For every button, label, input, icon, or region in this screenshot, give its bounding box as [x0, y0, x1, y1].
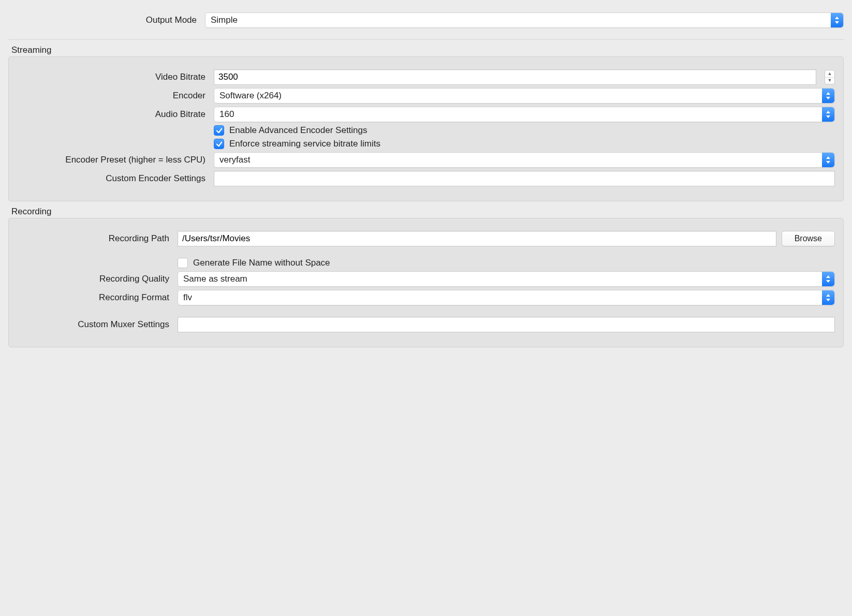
custom-encoder-settings-label: Custom Encoder Settings [17, 173, 214, 184]
recording-path-input[interactable] [178, 231, 776, 246]
recording-quality-value: Same as stream [183, 274, 247, 284]
chevron-updown-icon [822, 272, 834, 286]
recording-format-value: flv [183, 292, 192, 303]
output-mode-value: Simple [211, 15, 238, 25]
video-bitrate-stepper[interactable]: ▲ ▼ [825, 70, 835, 84]
stepper-down-icon[interactable]: ▼ [825, 78, 834, 84]
streaming-encoder-select[interactable]: Software (x264) [214, 88, 835, 104]
stepper-up-icon[interactable]: ▲ [825, 70, 834, 78]
recording-section: Recording Path Browse Generate File Name… [8, 218, 844, 347]
streaming-encoder-label: Encoder [17, 91, 214, 101]
recording-format-label: Recording Format [17, 292, 178, 303]
audio-bitrate-select[interactable]: 160 [214, 107, 835, 122]
video-bitrate-input[interactable] [214, 69, 816, 85]
streaming-section: Video Bitrate ▲ ▼ Encoder Software (x264… [8, 56, 844, 201]
recording-quality-select[interactable]: Same as stream [178, 271, 835, 287]
generate-filename-no-space-label: Generate File Name without Space [193, 258, 330, 268]
audio-bitrate-label: Audio Bitrate [17, 109, 214, 120]
recording-path-label: Recording Path [17, 233, 178, 244]
encoder-preset-value: veryfast [219, 155, 251, 165]
chevron-updown-icon [822, 89, 834, 103]
chevron-updown-icon [831, 13, 843, 27]
recording-quality-label: Recording Quality [17, 274, 178, 284]
encoder-preset-label: Encoder Preset (higher = less CPU) [17, 155, 214, 165]
streaming-encoder-value: Software (x264) [219, 91, 282, 101]
enforce-bitrate-limits-label: Enforce streaming service bitrate limits [229, 139, 380, 149]
divider [8, 39, 844, 40]
output-mode-label: Output Mode [8, 15, 205, 25]
custom-encoder-settings-input[interactable] [214, 171, 835, 186]
enforce-bitrate-limits-checkbox[interactable] [214, 139, 224, 149]
encoder-preset-select[interactable]: veryfast [214, 152, 835, 168]
chevron-updown-icon [822, 107, 834, 122]
enable-advanced-encoder-label: Enable Advanced Encoder Settings [229, 125, 368, 136]
output-mode-select[interactable]: Simple [205, 12, 844, 28]
generate-filename-no-space-checkbox[interactable] [178, 258, 188, 268]
streaming-section-title: Streaming [11, 45, 844, 55]
chevron-updown-icon [822, 153, 834, 167]
custom-muxer-settings-input[interactable] [178, 317, 835, 332]
enable-advanced-encoder-checkbox[interactable] [214, 125, 224, 136]
recording-format-select[interactable]: flv [178, 290, 835, 305]
custom-muxer-settings-label: Custom Muxer Settings [17, 319, 178, 330]
browse-button[interactable]: Browse [782, 231, 835, 246]
recording-section-title: Recording [11, 207, 844, 217]
chevron-updown-icon [822, 290, 834, 305]
audio-bitrate-value: 160 [219, 109, 234, 120]
video-bitrate-label: Video Bitrate [17, 72, 214, 82]
